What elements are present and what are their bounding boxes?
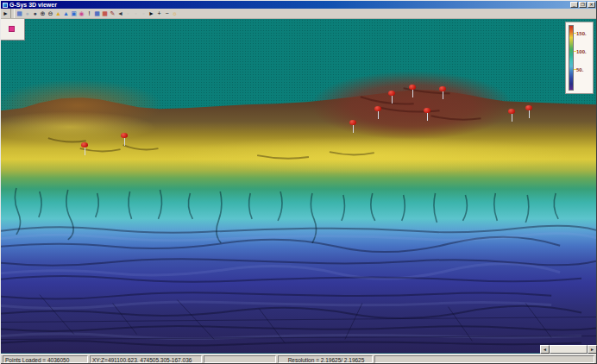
color-palette-button[interactable]: ◉ [78, 9, 85, 18]
pin-cap [525, 105, 532, 110]
zoom-out-icon: ⊖ [47, 9, 54, 18]
status-empty-1 [204, 355, 276, 363]
pin-cap [388, 91, 395, 96]
pin-cap [508, 109, 515, 114]
texture-map-icon: ▣ [70, 9, 78, 18]
terrain-pin[interactable] [439, 86, 446, 100]
zoom-in-button[interactable]: ⊕ [39, 9, 47, 18]
orbit-view-button[interactable]: ● [31, 9, 39, 18]
pan-left-button[interactable]: ◄ [116, 9, 124, 18]
elev-increase-icon: + [155, 9, 163, 18]
statusbar: Points Loaded = 4036050 XY:Z=491100.623,… [1, 354, 596, 363]
lighting-button[interactable]: ☼ [171, 9, 179, 18]
status-resolution: Resolution = 2.19625/ 2.19625 [278, 355, 373, 363]
inactive-5-icon [186, 9, 194, 18]
scroll-right-button[interactable]: ► [588, 345, 597, 354]
terrain-shaded-button[interactable]: ▲ [54, 9, 62, 18]
elev-decrease-button[interactable]: − [163, 9, 171, 18]
horizontal-scrollbar[interactable]: ◄ ► [540, 345, 597, 354]
legend-tick [574, 69, 576, 70]
window-title: G-Sys 3D viewer [9, 1, 570, 9]
terrain-shaded-icon: ▲ [54, 9, 62, 18]
draw-profile-icon: ✎ [109, 9, 116, 18]
info-icon: ! [85, 9, 93, 18]
inactive-4-icon [179, 9, 186, 18]
terrain-pin[interactable] [424, 108, 430, 122]
status-empty-2 [374, 355, 594, 363]
texture-map-button[interactable]: ▣ [70, 9, 78, 18]
pin-cap [374, 106, 381, 111]
inactive-4-button [179, 9, 186, 18]
close-button[interactable]: ✕ [588, 2, 595, 8]
legend-labels: 150.100.50. [566, 22, 593, 93]
legend-tick-label: 100. [576, 49, 587, 54]
legend-tick-label: 150. [576, 31, 587, 36]
scroll-left-button[interactable]: ◄ [540, 345, 550, 354]
toolbar: ►▦●●⊕⊖▲▲▣◉!▦▦✎◄▫▫▫►+−☼ [1, 9, 596, 19]
legend-tick-label: 50. [576, 67, 583, 72]
app-window: G-Sys 3D viewer _ ❐ ✕ ►▦●●⊕⊖▲▲▣◉!▦▦✎◄▫▫▫… [0, 0, 597, 364]
save-image-icon: ▦ [16, 9, 23, 18]
color-palette-icon: ◉ [78, 9, 85, 18]
info-button[interactable]: ! [85, 9, 93, 18]
elev-increase-button[interactable]: + [155, 9, 163, 18]
app-icon [3, 3, 8, 8]
pin-cap [81, 142, 88, 147]
terrain-wire-icon: ▲ [62, 9, 70, 18]
inactive-3-icon: ▫ [140, 9, 148, 18]
minimize-button[interactable]: _ [570, 2, 578, 8]
animate-play-icon: ► [148, 9, 155, 18]
inactive-1-icon: ▫ [124, 9, 132, 18]
elevation-legend: 150.100.50. [565, 22, 594, 94]
inactive-3-button: ▫ [140, 9, 148, 18]
terrain-pin[interactable] [349, 120, 356, 134]
inactive-1-button: ▫ [124, 9, 132, 18]
pointer-tool-button[interactable]: ► [2, 9, 9, 18]
terrain-pin[interactable] [121, 133, 128, 147]
grid-blue-button[interactable]: ▦ [93, 9, 101, 18]
inactive-2-button: ▫ [132, 9, 140, 18]
zoom-out-button[interactable]: ⊖ [47, 9, 54, 18]
terrain-pin[interactable] [388, 91, 395, 104]
orbit-view-icon: ● [31, 9, 39, 18]
maximize-button[interactable]: ❐ [579, 2, 587, 8]
terrain-pin[interactable] [409, 85, 416, 98]
terrain-wire-button[interactable]: ▲ [62, 9, 70, 18]
pin-layer [1, 19, 596, 354]
pin-cap [439, 86, 446, 91]
titlebar[interactable]: G-Sys 3D viewer _ ❐ ✕ [1, 1, 596, 9]
terrain-pin[interactable] [374, 106, 381, 120]
elev-decrease-icon: − [163, 9, 171, 18]
zoom-in-icon: ⊕ [39, 9, 47, 18]
draw-profile-button[interactable]: ✎ [109, 9, 116, 18]
grid-blue-icon: ▦ [93, 9, 101, 18]
status-coordinates: XY:Z=491100.623, 474505.305-167.036 [90, 355, 202, 363]
grid-red-button[interactable]: ▦ [101, 9, 109, 18]
status-points-loaded: Points Loaded = 4036050 [3, 355, 88, 363]
terrain-pin[interactable] [525, 105, 532, 119]
save-image-button[interactable]: ▦ [16, 9, 23, 18]
pin-cap [409, 85, 416, 90]
lighting-icon: ☼ [171, 9, 179, 18]
pin-cap [121, 133, 128, 138]
legend-tick [574, 51, 576, 52]
toolbar-separator [10, 9, 15, 18]
animate-play-button[interactable]: ► [148, 9, 155, 18]
terrain-pin[interactable] [508, 109, 515, 122]
terrain-pin[interactable] [81, 142, 88, 156]
pin-cap [424, 108, 430, 113]
sphere-view-icon: ● [23, 9, 31, 18]
window-controls: _ ❐ ✕ [570, 2, 595, 8]
inactive-5-button [186, 9, 194, 18]
pan-left-icon: ◄ [116, 9, 124, 18]
pointer-tool-icon: ► [2, 9, 9, 18]
legend-tick [574, 33, 576, 34]
inactive-2-icon: ▫ [132, 9, 140, 18]
pin-cap [349, 120, 356, 125]
scrollbar-thumb[interactable] [550, 345, 588, 354]
viewport-3d[interactable]: 150.100.50. ◄ ► [1, 19, 596, 354]
grid-red-icon: ▦ [101, 9, 109, 18]
sphere-view-button[interactable]: ● [23, 9, 31, 18]
